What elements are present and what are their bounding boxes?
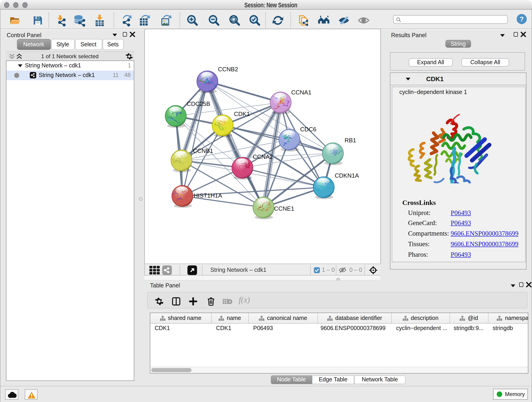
svg-text:CCNB1: CCNB1: [193, 147, 213, 154]
svg-text:HIST1H1A: HIST1H1A: [193, 192, 222, 199]
svg-text:RB1: RB1: [344, 137, 356, 143]
svg-text:CDC6: CDC6: [300, 126, 316, 133]
svg-text:CDK1: CDK1: [234, 110, 249, 117]
svg-text:CCNB2: CCNB2: [218, 65, 238, 72]
svg-text:CCNA2: CCNA2: [253, 153, 273, 160]
svg-text:CDC25B: CDC25B: [186, 100, 210, 107]
svg-text:CCNE1: CCNE1: [274, 205, 294, 212]
svg-text:CDKN1A: CDKN1A: [335, 172, 359, 179]
svg-text:?: ?: [520, 15, 524, 23]
svg-text:CCNA1: CCNA1: [291, 89, 311, 96]
